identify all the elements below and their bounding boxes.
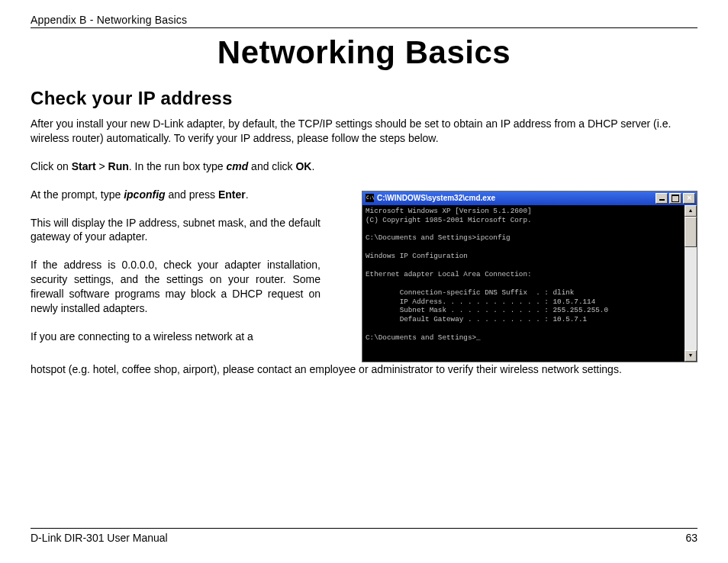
cmd-window: C:\WINDOWS\system32\cmd.exe Microsoft Wi… xyxy=(362,191,697,362)
paragraph-zero-address: If the address is 0.0.0.0, check your ad… xyxy=(31,258,321,316)
bold-ok: OK xyxy=(295,160,311,172)
text: and press xyxy=(166,188,218,201)
scroll-down-button[interactable]: ▼ xyxy=(685,350,697,362)
bolditalic-cmd: cmd xyxy=(226,160,248,172)
bolditalic-ipconfig: ipconfig xyxy=(124,188,165,201)
section-heading: Check your IP address xyxy=(31,88,697,109)
text: . xyxy=(311,160,314,172)
right-column: C:\WINDOWS\system32\cmd.exe Microsoft Wi… xyxy=(331,188,697,362)
bold-start: Start xyxy=(72,160,96,172)
page-footer: D-Link DIR-301 User Manual 63 xyxy=(31,528,697,544)
text: Click on xyxy=(31,160,72,172)
step-ipconfig: At the prompt, type ipconfig and press E… xyxy=(31,188,321,202)
maximize-button[interactable] xyxy=(669,193,681,204)
paragraph-hotspot-lead: If you are connecting to a wireless netw… xyxy=(31,330,321,344)
paragraph-hotspot-continued: hotspot (e.g. hotel, coffee shop, airpor… xyxy=(31,362,697,377)
footer-manual-name: D-Link DIR-301 User Manual xyxy=(31,532,168,544)
bold-enter: Enter xyxy=(218,188,246,201)
footer-rule xyxy=(31,528,697,529)
header-rule xyxy=(31,27,697,28)
left-column: At the prompt, type ipconfig and press E… xyxy=(31,188,321,362)
intro-paragraph: After you install your new D-Link adapte… xyxy=(31,117,697,146)
cmd-console-output: Microsoft Windows XP [Version 5.1.2600] … xyxy=(362,205,685,362)
paragraph-display-info: This will display the IP address, subnet… xyxy=(31,216,321,245)
cmd-title-text: C:\WINDOWS\system32\cmd.exe xyxy=(377,193,656,204)
header-breadcrumb: Appendix B - Networking Basics xyxy=(31,14,697,26)
close-button[interactable] xyxy=(683,193,695,204)
text: . xyxy=(246,188,249,201)
step-click-start-run: Click on Start > Run. In the run box typ… xyxy=(31,159,697,174)
footer-page-number: 63 xyxy=(685,532,697,544)
scroll-track[interactable] xyxy=(685,247,697,350)
text: > xyxy=(96,160,108,172)
cmd-scrollbar[interactable]: ▲ ▼ xyxy=(685,205,697,362)
text: and click xyxy=(248,160,295,172)
minimize-button[interactable] xyxy=(656,193,668,204)
cmd-icon xyxy=(366,194,374,202)
scroll-thumb[interactable] xyxy=(685,217,697,247)
bold-run: Run xyxy=(108,160,129,172)
scroll-up-button[interactable]: ▲ xyxy=(685,205,697,217)
page-title: Networking Basics xyxy=(31,34,697,71)
text: . In the run box type xyxy=(129,160,227,172)
text: At the prompt, type xyxy=(31,188,124,201)
cmd-titlebar: C:\WINDOWS\system32\cmd.exe xyxy=(362,191,697,205)
